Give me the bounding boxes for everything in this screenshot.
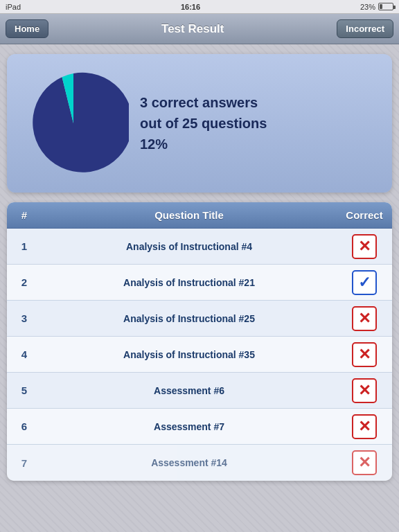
row-correct-status: ✓ [337,270,392,295]
summary-line3: 12% [140,134,267,154]
incorrect-icon: ✕ [352,450,377,475]
row-question-title: Assessment #6 [42,385,337,396]
row-number: 4 [7,348,42,360]
row-correct-status: ✕ [337,378,392,403]
table-row[interactable]: 1 Analysis of Instructional #4 ✕ [7,229,392,265]
row-question-title: Analysis of Instructional #21 [42,277,337,288]
incorrect-icon: ✕ [352,378,377,403]
incorrect-button[interactable]: Incorrect [337,19,393,38]
correct-icon: ✓ [352,270,377,295]
row-number: 6 [7,420,42,432]
table-row[interactable]: 6 Assessment #7 ✕ [7,409,392,445]
table-row[interactable]: 4 Analysis of Instructional #35 ✕ [7,337,392,373]
main-content: 3 correct answers out of 25 questions 12… [0,44,399,490]
device-name: iPad [6,3,21,11]
header-number: # [7,209,42,221]
row-number: 1 [7,240,42,252]
header-title: Question Title [42,209,337,221]
table-row[interactable]: 3 Analysis of Instructional #25 ✕ [7,301,392,337]
table-row[interactable]: 2 Analysis of Instructional #21 ✓ [7,265,392,301]
table-row[interactable]: 7 Assessment #14 ✕ [7,445,392,481]
summary-line2: out of 25 questions [140,113,267,134]
battery-icon [378,3,393,10]
home-button[interactable]: Home [6,19,48,38]
incorrect-icon: ✕ [352,234,377,259]
summary-text: 3 correct answers out of 25 questions 12… [140,92,267,154]
row-correct-status: ✕ [337,450,392,475]
status-time: 16:16 [21,3,360,11]
page-title: Test Result [48,22,337,36]
row-question-title: Analysis of Instructional #35 [42,349,337,360]
incorrect-icon: ✕ [352,306,377,331]
status-bar: iPad 16:16 23% [0,0,399,14]
summary-card: 3 correct answers out of 25 questions 12… [7,54,392,193]
row-question-title: Assessment #14 [42,457,337,468]
row-number: 2 [7,276,42,288]
table-header: # Question Title Correct [7,202,392,229]
row-correct-status: ✕ [337,234,392,259]
summary-line1: 3 correct answers [140,92,267,113]
row-number: 7 [7,457,42,469]
row-number: 3 [7,312,42,324]
pie-chart [18,68,129,179]
row-question-title: Analysis of Instructional #25 [42,313,337,324]
results-table: # Question Title Correct 1 Analysis of I… [7,202,392,481]
status-right: 23% [360,3,393,11]
table-row[interactable]: 5 Assessment #6 ✕ [7,373,392,409]
incorrect-icon: ✕ [352,414,377,439]
nav-bar: Home Test Result Incorrect [0,14,399,44]
row-question-title: Assessment #7 [42,421,337,432]
battery-percent: 23% [360,3,375,11]
row-correct-status: ✕ [337,306,392,331]
row-question-title: Analysis of Instructional #4 [42,241,337,252]
incorrect-icon: ✕ [352,342,377,367]
header-correct: Correct [337,209,392,221]
row-number: 5 [7,384,42,396]
row-correct-status: ✕ [337,342,392,367]
row-correct-status: ✕ [337,414,392,439]
